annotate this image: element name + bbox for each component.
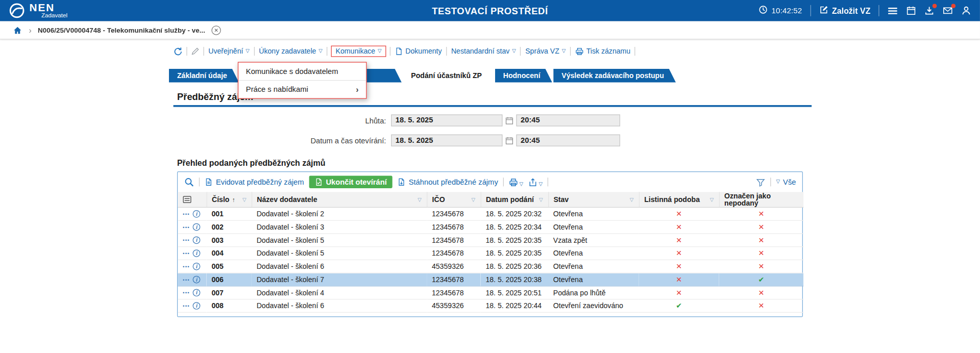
tab-podani-ucastniku-zp[interactable]: Podání účastníků ZP [403, 69, 494, 83]
filter-arrow-icon[interactable]: ▽ [539, 197, 543, 203]
col-nazev-dodavatele[interactable]: Název dodavatele▽ [252, 192, 427, 207]
cell-ico: 12345678 [427, 234, 480, 247]
messages-icon[interactable] [942, 6, 953, 16]
cell-date-submitted: 18. 5. 2025 20:35 [481, 247, 548, 260]
refresh-icon[interactable] [174, 46, 183, 56]
menu-item-prace-s-nabidkami[interactable]: Práce s nabídkami › [238, 80, 366, 98]
cell-number: 005 [207, 260, 252, 273]
oteviani-time-input[interactable]: 20:45 [516, 135, 620, 146]
create-vz-button[interactable]: Založit VZ [819, 5, 870, 16]
col-listinna-podoba[interactable]: Listinná podoba▽ [639, 192, 719, 207]
tab-vysledek-zadavaciho-postupu[interactable]: Výsledek zadávacího postupu [553, 69, 676, 83]
menu-nestandardni-stav[interactable]: Nestandardní stav ▽ [451, 46, 517, 57]
menu-ukony-zadavatele[interactable]: Úkony zadavatele ▽ [258, 46, 323, 57]
menu-label: Tisk záznamu [586, 47, 630, 55]
menu-komunikace[interactable]: Komunikace ▽ [331, 45, 386, 57]
printer-icon [575, 47, 584, 56]
col-row-settings[interactable] [178, 192, 206, 207]
cell-actions: ••• i [178, 247, 206, 260]
chevron-down-icon: ▽ [378, 49, 382, 54]
lhuta-label: Lhůta: [174, 116, 391, 124]
menu-uverejneni[interactable]: Uveřejnění ▽ [208, 46, 250, 57]
filter-icon[interactable] [756, 178, 765, 187]
col-oznacen-jako-nepodany[interactable]: Označen jako nepodaný [719, 192, 804, 207]
edit-record-icon[interactable] [191, 47, 200, 56]
search-icon[interactable] [184, 177, 194, 187]
evidovat-zajem-button[interactable]: Evidovat předběžný zájem [205, 178, 304, 186]
info-icon[interactable]: i [193, 249, 201, 257]
filter-arrow-icon[interactable]: ▽ [418, 197, 422, 203]
filter-arrow-icon[interactable]: ▽ [710, 197, 714, 203]
breadcrumb-item[interactable]: N006/25/V00004748 - Telekomunikační služ… [38, 26, 205, 34]
info-icon[interactable]: i [193, 263, 201, 270]
separator [635, 47, 635, 56]
breadcrumb-chevron-icon: › [29, 26, 31, 35]
hamburger-menu-icon[interactable] [887, 5, 898, 16]
cell-date-submitted: 18. 5. 2025 20:38 [481, 273, 548, 286]
separator [254, 47, 254, 56]
row-actions-icon[interactable]: ••• [183, 264, 190, 269]
tab-hodnoceni[interactable]: Hodnocení [495, 69, 552, 83]
table-row[interactable]: ••• i 002 Dodavatel - školení 3 12345678… [178, 220, 803, 234]
col-stav[interactable]: Stav▽ [548, 192, 639, 207]
filter-arrow-icon[interactable]: ▽ [242, 197, 247, 203]
row-actions-icon[interactable]: ••• [183, 250, 190, 256]
row-actions-icon[interactable]: ••• [183, 277, 190, 283]
info-icon[interactable]: i [193, 236, 201, 244]
ukoncit-oteviani-button[interactable]: Ukončit otevírání [309, 176, 392, 189]
menu-label: Nestandardní stav [451, 47, 509, 55]
lhuta-date-input[interactable]: 18. 5. 2025 [391, 114, 502, 126]
brand-subtitle: Zadavatel [41, 12, 67, 18]
menu-label: Správa VZ [525, 47, 559, 55]
row-actions-icon[interactable]: ••• [183, 211, 190, 217]
menu-item-komunikace-s-dodavatelem[interactable]: Komunikace s dodavatelem [238, 63, 366, 80]
table-row[interactable]: ••• i 005 Dodavatel - školení 6 45359326… [178, 260, 803, 273]
close-record-icon[interactable]: ✕ [211, 26, 220, 35]
col-ico[interactable]: IČO▽ [427, 192, 480, 207]
row-actions-icon[interactable]: ••• [183, 290, 190, 295]
column-label: Označen jako nepodaný [724, 192, 798, 207]
menu-dokumenty[interactable]: Dokumenty [394, 45, 443, 57]
sort-asc-icon[interactable]: ↑ [232, 196, 235, 203]
info-icon[interactable]: i [193, 223, 201, 231]
cell-actions: ••• i [178, 260, 206, 273]
oteviani-date-input[interactable]: 18. 5. 2025 [391, 135, 502, 146]
tab-zakladni-udaje[interactable]: Základní údaje [169, 69, 239, 83]
menu-sprava-vz[interactable]: Správa VZ ▽ [525, 46, 567, 57]
table-row[interactable]: ••• i 004 Dodavatel - školení 5 12345678… [178, 247, 803, 260]
stahnout-zajmy-button[interactable]: Stáhnout předběžné zájmy [398, 178, 498, 186]
user-profile-icon[interactable] [961, 6, 971, 16]
home-icon[interactable] [13, 26, 23, 35]
filter-preset-vse[interactable]: ▽ Vše [776, 178, 796, 186]
cell-number: 002 [207, 220, 252, 234]
separator [570, 47, 571, 56]
row-actions-icon[interactable]: ••• [183, 224, 190, 230]
info-icon[interactable]: i [193, 210, 201, 218]
nen-logo[interactable]: NEN Zadavatel [9, 3, 67, 19]
tab-label: Podání účastníků ZP [411, 72, 482, 80]
table-row[interactable]: ••• i 003 Dodavatel - školení 5 12345678… [178, 234, 803, 247]
lhuta-time-input[interactable]: 20:45 [516, 114, 620, 126]
downloads-icon[interactable] [924, 6, 935, 16]
date-picker-icon[interactable] [505, 116, 513, 124]
print-grid-button[interactable]: ▽ [509, 178, 523, 187]
table-row[interactable]: ••• i 007 Dodavatel - školení 4 12345678… [178, 286, 803, 299]
current-time: 10:42:52 [772, 6, 802, 15]
table-row[interactable]: ••• i 006 Dodavatel - školení 7 12345678… [178, 273, 803, 286]
row-actions-icon[interactable]: ••• [183, 303, 190, 309]
table-row[interactable]: ••• i 008 Dodavatel - školení 6 45359326… [178, 299, 803, 313]
col-cislo[interactable]: Číslo↑▽ [207, 192, 252, 207]
filter-arrow-icon[interactable]: ▽ [630, 197, 634, 203]
date-picker-icon[interactable] [505, 136, 513, 145]
menu-tisk-zaznamu[interactable]: Tisk záznamu [574, 45, 631, 57]
export-grid-button[interactable]: ▽ [528, 178, 543, 187]
info-icon[interactable]: i [193, 302, 201, 310]
row-actions-icon[interactable]: ••• [183, 237, 190, 243]
calendar-icon[interactable] [906, 6, 916, 16]
info-icon[interactable]: i [193, 289, 201, 296]
table-row[interactable]: ••• i 001 Dodavatel - školení 2 12345678… [178, 207, 803, 220]
info-icon[interactable]: i [193, 276, 201, 284]
col-datum-podani[interactable]: Datum podání▽ [481, 192, 548, 207]
filter-arrow-icon[interactable]: ▽ [472, 197, 476, 203]
cell-not-submitted-mark: ✕ [719, 247, 804, 260]
